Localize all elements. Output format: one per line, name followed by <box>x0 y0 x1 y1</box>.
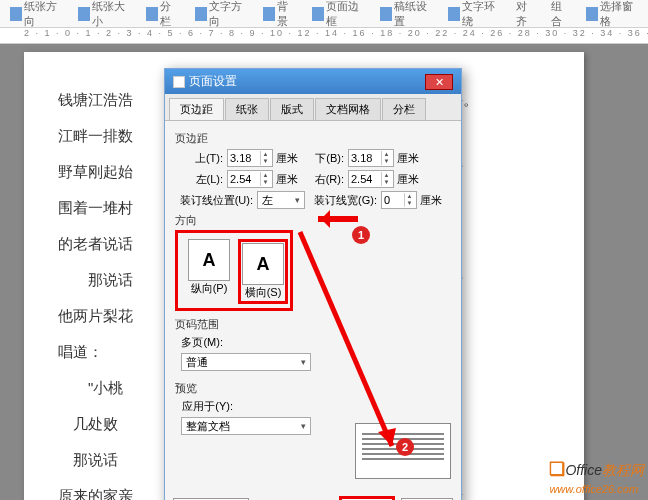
ribbon-border[interactable]: 页面边框 <box>308 0 368 31</box>
dialog-tabs: 页边距 纸张 版式 文档网格 分栏 <box>165 94 461 121</box>
ribbon-wrap[interactable]: 文字环绕 <box>444 0 504 31</box>
horizontal-ruler: 2 · 1 · 0 · 1 · 2 · 3 · 4 · 5 · 6 · 7 · … <box>0 28 648 44</box>
unit-label: 厘米 <box>276 172 298 187</box>
gutter-pos-select[interactable]: 左 <box>257 191 305 209</box>
left-margin-input[interactable]: 2.54▲▼ <box>227 170 273 188</box>
preview-group-label: 预览 <box>175 381 451 396</box>
dialog-titlebar: 页面设置 ✕ <box>165 69 461 94</box>
ribbon-columns[interactable]: 分栏 <box>142 0 183 31</box>
ribbon-draft[interactable]: 稿纸设置 <box>376 0 436 31</box>
ribbon-bg[interactable]: 背景 <box>259 0 300 31</box>
unit-label: 厘米 <box>276 151 298 166</box>
dialog-title: 页面设置 <box>189 73 237 90</box>
unit-label: 厘米 <box>397 151 419 166</box>
apply-to-select[interactable]: 整篇文档 <box>181 417 311 435</box>
orientation-portrait[interactable]: A 纵向(P) <box>188 239 230 304</box>
bottom-margin-label: 下(B): <box>306 151 344 166</box>
top-margin-label: 上(T): <box>175 151 223 166</box>
annotation-step-1: 1 <box>352 226 370 244</box>
multipage-label: 多页(M): <box>175 335 223 350</box>
tab-margins[interactable]: 页边距 <box>169 98 224 120</box>
margins-group-label: 页边距 <box>175 131 451 146</box>
page-setup-dialog: 页面设置 ✕ 页边距 纸张 版式 文档网格 分栏 页边距 上(T): 3.18▲… <box>164 68 462 500</box>
close-icon[interactable]: ✕ <box>425 74 453 90</box>
ribbon-text-direction[interactable]: 文字方向 <box>191 0 251 31</box>
right-margin-label: 右(R): <box>306 172 344 187</box>
orientation-landscape[interactable]: A 横向(S) <box>242 243 284 300</box>
ribbon-align[interactable]: 对齐 <box>512 0 539 31</box>
unit-label: 厘米 <box>420 193 442 208</box>
top-margin-input[interactable]: 3.18▲▼ <box>227 149 273 167</box>
tab-grid[interactable]: 文档网格 <box>315 98 381 120</box>
tab-columns[interactable]: 分栏 <box>382 98 426 120</box>
apply-to-label: 应用于(Y): <box>175 399 233 414</box>
ribbon-page-size[interactable]: 纸张大小 <box>74 0 134 31</box>
left-margin-label: 左(L): <box>175 172 223 187</box>
tab-layout[interactable]: 版式 <box>270 98 314 120</box>
watermark: ❏Office教程网 www.office26.com <box>549 458 644 496</box>
tab-paper[interactable]: 纸张 <box>225 98 269 120</box>
dialog-icon <box>173 76 185 88</box>
multipage-select[interactable]: 普通 <box>181 353 311 371</box>
ribbon-group[interactable]: 组合 <box>547 0 574 31</box>
gutter-w-label: 装订线宽(G): <box>313 193 377 208</box>
ok-button[interactable]: 确定 <box>339 496 395 500</box>
ribbon: 纸张方向 纸张大小 分栏 文字方向 背景 页面边框 稿纸设置 文字环绕 对齐 组… <box>0 0 648 28</box>
annotation-arrow-1-head <box>312 210 330 228</box>
annotation-step-2: 2 <box>396 438 414 456</box>
bottom-margin-input[interactable]: 3.18▲▼ <box>348 149 394 167</box>
ribbon-select-pane[interactable]: 选择窗格 <box>582 0 642 31</box>
gutter-w-input[interactable]: 0▲▼ <box>381 191 417 209</box>
right-margin-input[interactable]: 2.54▲▼ <box>348 170 394 188</box>
range-group-label: 页码范围 <box>175 317 451 332</box>
unit-label: 厘米 <box>397 172 419 187</box>
ribbon-page-orientation[interactable]: 纸张方向 <box>6 0 66 31</box>
gutter-pos-label: 装订线位置(U): <box>175 193 253 208</box>
